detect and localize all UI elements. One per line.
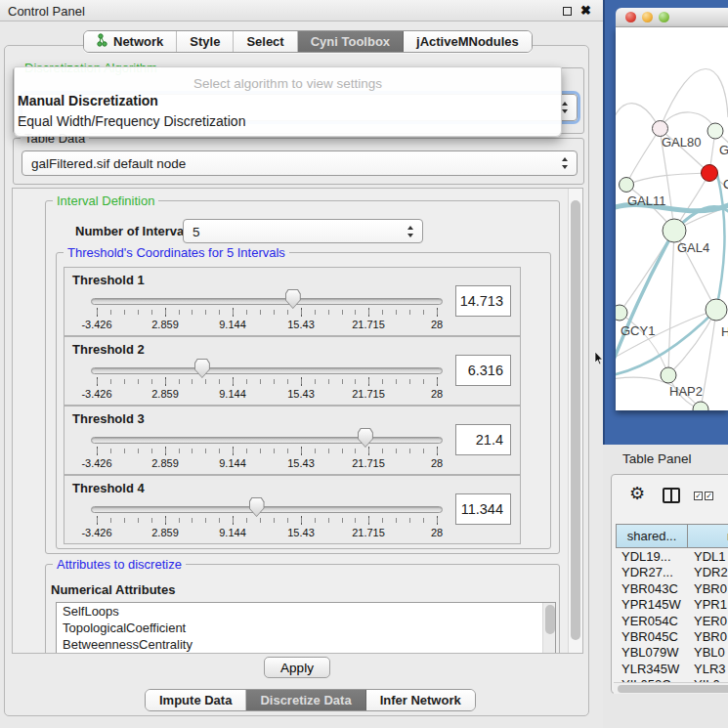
algorithm-dropdown-popup: Select algorithm to view settings Manual… (14, 66, 562, 137)
minimize-traffic-light-icon[interactable] (642, 12, 653, 22)
interval-definition-title: Interval Definition (53, 193, 158, 208)
node-hap2 (661, 367, 676, 383)
cell-shared-name: YBL079W (621, 645, 679, 660)
threshold-2-slider-track[interactable] (91, 367, 443, 374)
table-row[interactable]: YPR145W YPR1 (612, 597, 728, 613)
cell-name: YBL0 (694, 645, 725, 660)
threshold-2-label: Threshold 2 (72, 342, 145, 357)
interval-definition-group: Interval Definition Number of Intervals … (45, 200, 560, 554)
table-row[interactable]: YDR27... YDR2 (612, 565, 728, 580)
threshold-4-slider-track[interactable] (91, 506, 443, 513)
table-panel: ⚙ ✓ ✓ shared... n YDL19... YDL1 YDR27...… (611, 474, 728, 694)
tick-label: -3.426 (81, 527, 111, 538)
threshold-1-value-field[interactable]: 14.713 (455, 285, 511, 317)
table-horizontal-scrollbar[interactable] (614, 682, 728, 694)
table-row[interactable]: YDL19... YDL1 (612, 549, 728, 565)
control-panel-titlebar: Control Panel ✖ (0, 0, 603, 21)
tick-label: 2.859 (151, 457, 179, 469)
threshold-4-panel: Threshold 4 -3.426 2.859 9.144 15.43 21.… (64, 475, 521, 544)
combo-stepper-icon (561, 102, 570, 113)
threshold-3-slider-track[interactable] (91, 437, 443, 444)
cell-name: YDL1 (694, 549, 726, 564)
checkbox-icon[interactable]: ✓ (694, 492, 703, 500)
tick-label: 9.144 (219, 319, 246, 330)
tab-network[interactable]: Network (84, 31, 177, 52)
combo-stepper-icon (561, 157, 570, 169)
close-icon[interactable]: ✖ (580, 3, 591, 18)
node-label-gal4: GAL4 (677, 240, 709, 255)
tab-jactivemnodules[interactable]: jActiveMNodules (404, 31, 532, 52)
network-canvas[interactable]: GAL80 GA C GAL11 GAL4 GCY1 H HAP2 (616, 27, 728, 410)
threshold-4-thumb[interactable] (249, 497, 265, 517)
threshold-2-panel: Threshold 2 -3.426 2.859 9.144 15.43 21.… (64, 336, 521, 406)
control-panel: Control Panel ✖ Network Style (0, 0, 603, 728)
threshold-1-thumb[interactable] (285, 289, 301, 309)
dropdown-item-equal-width[interactable]: Equal Width/Frequency Discretization (15, 111, 561, 132)
tab-cyni-toolbox[interactable]: Cyni Toolbox (298, 31, 404, 52)
tab-infer-network[interactable]: Infer Network (366, 690, 475, 710)
table-row[interactable]: YBL079W YBL0 (612, 645, 728, 661)
close-traffic-light-icon[interactable] (625, 12, 636, 22)
cell-name: YPR1 (694, 597, 727, 612)
threshold-2-thumb[interactable] (194, 359, 210, 378)
cell-shared-name: YBR045C (621, 629, 678, 644)
node-gcy1 (616, 305, 627, 321)
cell-name: YLR3 (694, 662, 726, 676)
table-data-combobox[interactable]: galFiltered.sif default node (21, 150, 578, 176)
tick-label: 28 (431, 388, 443, 400)
attributes-list-scrollbar[interactable] (542, 603, 555, 654)
list-item-selfloops[interactable]: SelfLoops (57, 603, 555, 620)
threshold-3-thumb[interactable] (358, 428, 373, 448)
threshold-2-value-field[interactable]: 6.316 (455, 355, 511, 386)
network-window-titlebar[interactable] (616, 8, 728, 27)
node-label-gcy1: GCY1 (621, 323, 655, 338)
threshold-3-label: Threshold 3 (72, 411, 145, 426)
slider-minor-ticks (97, 310, 439, 315)
threshold-3-value-field[interactable]: 21.4 (455, 424, 511, 455)
tick-label: 15.43 (287, 388, 315, 400)
threshold-4-value-field[interactable]: 11.344 (455, 493, 511, 525)
tick-label: 28 (431, 457, 443, 469)
table-row[interactable]: YER054C YER0 (612, 614, 728, 629)
column-header-shared-name[interactable]: shared... (616, 524, 688, 548)
threshold-1-slider-track[interactable] (91, 298, 443, 305)
tab-impute-data-label: Impute Data (159, 693, 232, 707)
columns-icon[interactable] (663, 488, 680, 503)
node-label-partial-right: H (721, 324, 728, 339)
table-row[interactable]: YBR043C YBR0 (612, 581, 728, 597)
list-item-betweennesscentrality[interactable]: BetweennessCentrality (57, 636, 555, 653)
cell-name: YBR0 (694, 629, 727, 644)
dropdown-item-manual-discretization[interactable]: Manual Discretization (15, 91, 561, 111)
table-row[interactable]: YLR345W YLR3 (612, 662, 728, 677)
attributes-group: Attributes to discretize Numerical Attri… (45, 564, 560, 654)
tab-discretize-data[interactable]: Discretize Data (246, 690, 365, 710)
tab-select-label: Select (246, 34, 283, 49)
table-data-value: galFiltered.sif default node (31, 156, 186, 171)
column-header-name[interactable]: n (687, 524, 728, 548)
settings-vertical-scrollbar[interactable] (568, 189, 582, 653)
table-row[interactable]: YBR045C YBR0 (612, 629, 728, 645)
node-gal11 (620, 178, 634, 193)
tick-label: 2.859 (151, 388, 179, 400)
tab-select[interactable]: Select (234, 31, 297, 52)
checkbox-icon[interactable]: ✓ (705, 492, 713, 500)
table-rows: YDL19... YDL1 YDR27... YDR2 YBR043C YBR0… (612, 549, 728, 684)
apply-button[interactable]: Apply (264, 657, 330, 678)
tick-label: 9.144 (219, 527, 246, 538)
dropdown-hint-item[interactable]: Select algorithm to view settings (15, 76, 561, 91)
threshold-3-panel: Threshold 3 -3.426 2.859 9.144 15.43 21.… (64, 406, 521, 475)
gear-icon[interactable]: ⚙ (629, 483, 645, 504)
float-window-icon[interactable] (563, 7, 572, 16)
tab-style-label: Style (190, 34, 220, 49)
number-of-intervals-combobox[interactable]: 5 (183, 219, 423, 243)
zoom-traffic-light-icon[interactable] (659, 12, 669, 22)
tab-style[interactable]: Style (177, 31, 234, 52)
tick-label: 2.859 (151, 319, 179, 330)
tab-impute-data[interactable]: Impute Data (146, 690, 246, 710)
tab-discretize-data-label: Discretize Data (260, 693, 351, 707)
table-panel-title: Table Panel (622, 451, 692, 466)
bottom-tab-bar: Impute Data Discretize Data Infer Networ… (145, 689, 476, 711)
tick-label: -3.426 (81, 319, 111, 330)
list-item-topologicalcoefficient[interactable]: TopologicalCoefficient (57, 620, 555, 636)
tick-label: 21.715 (352, 388, 385, 400)
